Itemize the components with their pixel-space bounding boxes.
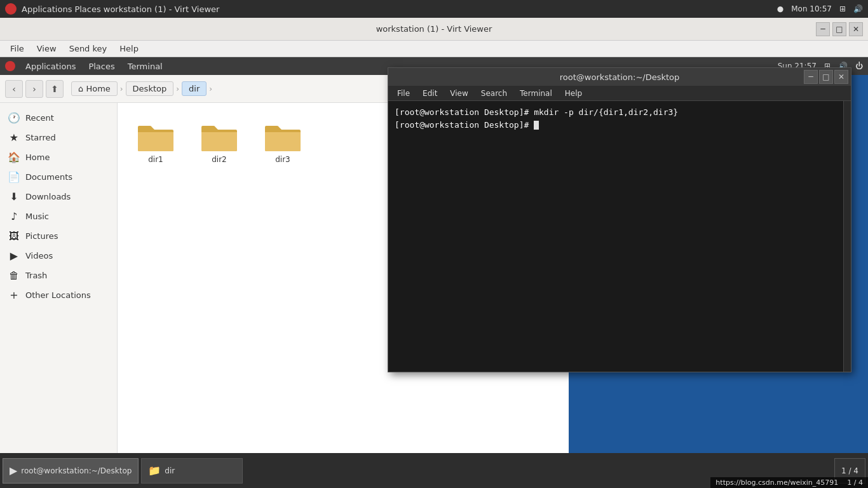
- host-applications-menu[interactable]: Applications: [22, 4, 72, 14]
- recent-icon: 🕐: [8, 112, 20, 124]
- up-button[interactable]: ⬆: [46, 80, 64, 98]
- videos-icon: ▶: [8, 250, 20, 262]
- taskbar-item-terminal[interactable]: ▶ root@workstation:~/Desktop: [3, 458, 139, 484]
- host-volume-icon[interactable]: 🔊: [853, 4, 863, 13]
- guest-topbar-left: Applications Places Terminal: [5, 60, 168, 72]
- documents-icon: 📄: [8, 171, 20, 183]
- terminal-scrollbar[interactable]: [843, 101, 851, 372]
- taskbar-dir-icon: 📁: [148, 464, 161, 477]
- breadcrumb-sep-2: ›: [173, 83, 182, 95]
- terminal-line-1: [root@workstation Desktop]# mkdir -p dir…: [395, 106, 837, 119]
- terminal-window: root@workstation:~/Desktop ─ □ ✕ File Ed…: [388, 67, 851, 372]
- sidebar-label-downloads: Downloads: [25, 192, 71, 201]
- downloads-icon: ⬇: [8, 191, 20, 203]
- home-icon: 🏠: [8, 151, 20, 163]
- file-item-dir1[interactable]: dir1: [130, 116, 181, 169]
- vv-menu-sendkey[interactable]: Send key: [64, 43, 112, 55]
- vv-menu-help[interactable]: Help: [114, 43, 144, 55]
- virt-viewer-controls: ─ □ ✕: [816, 22, 863, 36]
- file-label-dir2: dir2: [212, 155, 227, 164]
- virt-viewer-window: workstation (1) - Virt Viewer ─ □ ✕ File…: [0, 18, 868, 488]
- taskbar-terminal-icon: ▶: [10, 464, 17, 477]
- sidebar-label-home: Home: [25, 152, 50, 162]
- file-label-dir3: dir3: [275, 155, 290, 164]
- terminal-menu-help[interactable]: Help: [561, 88, 586, 99]
- terminal-minimize-button[interactable]: ─: [804, 70, 818, 84]
- sidebar-item-documents[interactable]: 📄 Documents: [0, 167, 117, 187]
- sidebar-label-music: Music: [25, 212, 49, 221]
- vv-menu-view[interactable]: View: [32, 43, 62, 55]
- file-item-dir2[interactable]: dir2: [194, 116, 245, 169]
- sidebar-item-other-locations[interactable]: + Other Locations: [0, 285, 117, 305]
- guest-places-menu[interactable]: Places: [83, 60, 119, 72]
- host-topbar-right: ● Mon 10:57 ⊞ 🔊: [777, 4, 863, 13]
- sidebar-item-music[interactable]: ♪ Music: [0, 207, 117, 226]
- close-button[interactable]: ✕: [849, 22, 863, 36]
- terminal-menu-view[interactable]: View: [446, 88, 471, 99]
- sidebar-label-trash: Trash: [25, 271, 47, 280]
- maximize-button[interactable]: □: [832, 22, 846, 36]
- terminal-menu-search[interactable]: Search: [477, 88, 511, 99]
- sidebar-label-other: Other Locations: [25, 290, 91, 300]
- url-bar: https://blog.csdn.me/weixin_45791 1 / 4: [710, 477, 868, 488]
- host-time: Mon 10:57: [791, 4, 832, 13]
- host-network-icon[interactable]: ⊞: [839, 4, 846, 13]
- file-item-dir3[interactable]: dir3: [257, 116, 308, 169]
- terminal-title: root@workstation:~/Desktop: [560, 72, 680, 82]
- sidebar-label-documents: Documents: [25, 172, 72, 182]
- breadcrumb-home[interactable]: ⌂ Home: [71, 81, 118, 96]
- file-label-dir1: dir1: [148, 155, 163, 164]
- folder-icon-dir3: [264, 121, 302, 152]
- url-text: https://blog.csdn.me/weixin_45791: [715, 478, 838, 487]
- breadcrumb-sep-1: ›: [118, 83, 126, 95]
- breadcrumb-sep-3: ›: [207, 83, 215, 95]
- host-app-icon: [5, 3, 17, 15]
- virt-viewer-title: workstation (1) - Virt Viewer: [376, 24, 492, 34]
- guest-power-icon[interactable]: ⏻: [855, 62, 863, 71]
- sidebar-item-downloads[interactable]: ⬇ Downloads: [0, 187, 117, 207]
- sidebar-item-home[interactable]: 🏠 Home: [0, 147, 117, 167]
- vv-menu-file[interactable]: File: [5, 43, 29, 55]
- terminal-maximize-button[interactable]: □: [819, 70, 833, 84]
- music-icon: ♪: [8, 210, 20, 222]
- taskbar-terminal-label: root@workstation:~/Desktop: [21, 466, 132, 475]
- guest-topbar-menu: Applications Places Terminal: [20, 60, 168, 72]
- forward-button[interactable]: ›: [25, 80, 43, 98]
- terminal-menu-terminal[interactable]: Terminal: [516, 88, 556, 99]
- terminal-menu-file[interactable]: File: [393, 88, 414, 99]
- breadcrumb-dir[interactable]: dir: [182, 81, 207, 96]
- virt-viewer-menubar: File View Send key Help: [0, 41, 868, 57]
- host-places-menu[interactable]: Places: [74, 4, 100, 14]
- fm-sidebar: 🕐 Recent ★ Starred 🏠 Home 📄 Documents: [0, 103, 118, 453]
- sidebar-item-pictures[interactable]: 🖼 Pictures: [0, 226, 117, 246]
- taskbar-item-dir[interactable]: 📁 dir: [141, 458, 243, 484]
- host-record-indicator: ●: [777, 4, 783, 13]
- sidebar-item-recent[interactable]: 🕐 Recent: [0, 108, 117, 128]
- vv-counter-label: 1 / 4: [847, 478, 863, 487]
- back-button[interactable]: ‹: [5, 80, 23, 98]
- terminal-body[interactable]: [root@workstation Desktop]# mkdir -p dir…: [388, 101, 843, 372]
- minimize-button[interactable]: ─: [816, 22, 830, 36]
- sidebar-label-recent: Recent: [25, 113, 54, 123]
- terminal-close-button[interactable]: ✕: [834, 70, 848, 84]
- folder-icon-dir2: [200, 121, 238, 152]
- guest-applications-menu[interactable]: Applications: [20, 60, 81, 72]
- host-topbar: Applications Places workstation (1) - Vi…: [0, 0, 868, 18]
- guest-app-icon: [5, 61, 15, 71]
- terminal-menubar: File Edit View Search Terminal Help: [388, 86, 851, 101]
- host-topbar-left: Applications Places workstation (1) - Vi…: [5, 3, 219, 15]
- sidebar-label-pictures: Pictures: [25, 231, 58, 241]
- trash-icon: 🗑: [8, 269, 20, 281]
- folder-icon-dir1: [137, 121, 175, 152]
- sidebar-item-starred[interactable]: ★ Starred: [0, 128, 117, 147]
- terminal-menu-edit[interactable]: Edit: [419, 88, 441, 99]
- breadcrumb: ⌂ Home › Desktop › dir ›: [71, 81, 215, 96]
- sidebar-item-videos[interactable]: ▶ Videos: [0, 246, 117, 266]
- breadcrumb-desktop[interactable]: Desktop: [126, 81, 174, 96]
- guest-area: Applications Places Terminal Sun 21:57 ⊞…: [0, 57, 868, 488]
- sidebar-item-trash[interactable]: 🗑 Trash: [0, 266, 117, 285]
- sidebar-label-starred: Starred: [25, 133, 56, 142]
- virt-viewer-titlebar: workstation (1) - Virt Viewer ─ □ ✕: [0, 18, 868, 41]
- guest-terminal-menu[interactable]: Terminal: [123, 60, 168, 72]
- host-window-title: workstation (1) - Virt Viewer: [104, 4, 220, 14]
